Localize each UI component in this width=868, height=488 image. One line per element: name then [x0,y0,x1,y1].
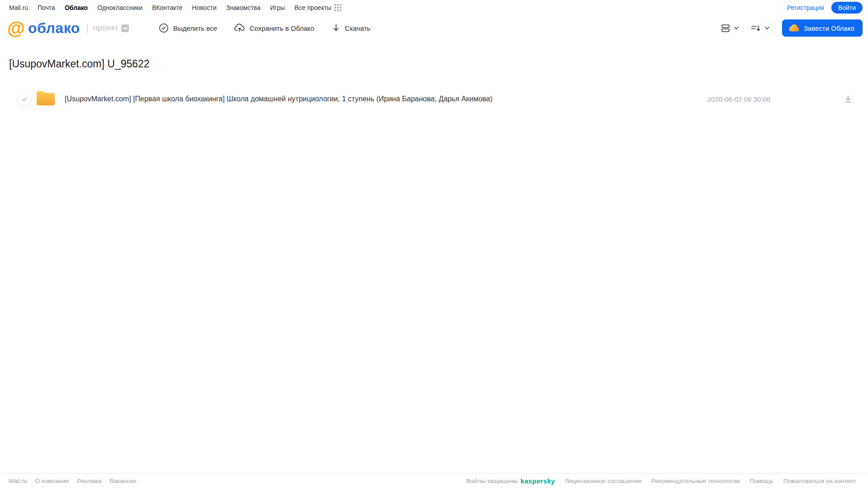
kaspersky-protection: Файлы защищены kaspersky [466,477,555,485]
file-download-button[interactable] [844,95,853,104]
nav-all-projects[interactable]: Все проекты [294,4,342,11]
view-controls: Завести Облако [721,19,863,37]
footer-mailru-link[interactable]: Mail.ru [9,478,27,484]
file-date: 2020-06-02 06:30:00 [707,95,770,103]
footer-recommendations-link[interactable]: Рекомендательные технологии [651,478,740,484]
footer-jobs-link[interactable]: Вакансии [109,478,137,484]
cloud-icon [788,24,799,32]
registration-link[interactable]: Регистрация [787,4,824,11]
footer-license-link[interactable]: Лицензионное соглашение [565,478,641,484]
footer-ads-link[interactable]: Реклама [77,478,101,484]
save-to-cloud-label: Сохранить в Облако [250,24,314,32]
footer-left-links: Mail.ru О компании Реклама Вакансии [9,478,137,484]
cloud-logo-text: облако [28,20,80,37]
nav-odnoklassniki[interactable]: Одноклассники [97,4,142,11]
nav-all-projects-label: Все проекты [294,4,332,11]
check-circle-icon [159,23,169,33]
cloud-upload-icon [234,23,245,33]
view-mode-selector[interactable] [721,23,740,33]
download-button[interactable]: Скачать [332,23,370,33]
portal-links: Mail.ru Почта Облако Одноклассники ВКонт… [9,4,342,11]
nav-novosti[interactable]: Новости [192,4,217,11]
sort-icon [750,23,761,33]
chevron-down-icon [764,25,770,31]
file-checkbox[interactable] [17,92,32,107]
vk-project-label: проект [93,24,119,33]
save-to-cloud-button[interactable]: Сохранить в Облако [234,23,314,33]
create-cloud-label: Завести Облако [804,24,854,32]
auth-area: Регистрация Войти [787,2,863,14]
check-icon [21,95,28,103]
cloud-logo[interactable]: @ облако | проект VK [7,19,129,37]
download-icon [844,95,853,104]
footer-about-link[interactable]: О компании [35,478,69,484]
footer: Mail.ru О компании Реклама Вакансии Файл… [0,473,868,488]
download-label: Скачать [345,24,370,32]
top-navigation-bar: Mail.ru Почта Облако Одноклассники ВКонт… [0,0,868,15]
file-actions-toolbar: Выделить все Сохранить в Облако Скачать [159,23,370,33]
file-row[interactable]: [UsupovMarket.com] [Первая школа биохаки… [0,88,868,110]
kaspersky-logo[interactable]: kaspersky [521,477,555,485]
folder-icon [36,90,56,109]
footer-report-link[interactable]: Пожаловаться на контент [783,478,856,484]
select-all-label: Выделить все [173,24,217,32]
create-cloud-button[interactable]: Завести Облако [782,19,863,37]
footer-help-link[interactable]: Помощь [750,478,773,484]
cloud-header: @ облако | проект VK Выделить все Сохран… [0,15,868,41]
list-view-icon [721,23,730,33]
sort-selector[interactable] [750,23,770,33]
page-title: [UsupovMarket.com] U_95622 [9,58,868,70]
apps-grid-icon [334,4,342,11]
chevron-down-icon [733,25,740,31]
protected-label: Файлы защищены [466,478,518,484]
login-button[interactable]: Войти [831,2,863,14]
footer-right-links: Файлы защищены kaspersky Лицензионное со… [466,477,856,485]
file-name-link[interactable]: [UsupovMarket.com] [Первая школа биохаки… [65,95,493,103]
nav-igry[interactable]: Игры [270,4,285,11]
download-arrow-icon [332,23,341,33]
nav-znakomstva[interactable]: Знакомства [226,4,261,11]
nav-oblako[interactable]: Облако [65,4,88,11]
mailru-at-icon: @ [7,19,25,37]
logo-divider: | [86,23,89,33]
select-all-button[interactable]: Выделить все [159,23,217,33]
nav-mailru[interactable]: Mail.ru [9,4,28,11]
nav-vkontakte[interactable]: ВКонтакте [152,4,182,11]
nav-pochta[interactable]: Почта [38,4,55,11]
vk-badge-icon: VK [121,24,129,32]
